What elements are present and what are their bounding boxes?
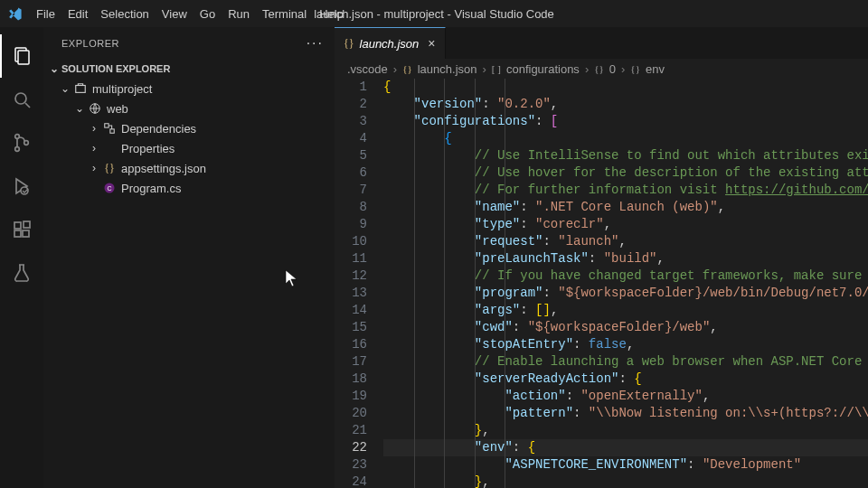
object-icon: {} [594,63,604,74]
breadcrumb[interactable]: .vscode › {} launch.json › [ ] configura… [335,59,868,79]
tree-label: multiproject [92,82,152,96]
solution-icon [72,82,89,95]
tree-item-dependencies[interactable]: › Dependencies [43,118,335,138]
code-line[interactable]: "configurations": [ [383,113,868,130]
code-line[interactable]: "type": "coreclr", [383,216,868,233]
breadcrumb-segment[interactable]: env [646,62,665,76]
activity-search-icon[interactable] [0,78,43,121]
activity-run-debug-icon[interactable] [0,164,43,208]
file-tree: ⌄ multiproject ⌄ web › Dependencies [43,79,335,198]
chevron-right-icon: › [483,62,486,76]
tab-label: launch.json [360,37,420,51]
code-line[interactable]: "request": "launch", [383,233,868,250]
code-line[interactable]: "cwd": "${workspaceFolder}/web", [383,319,868,336]
svg-point-5 [15,147,20,152]
tree-item-program[interactable]: C Program.cs [43,178,335,198]
tree-item-appsettings[interactable]: › {} appsettings.json [43,158,335,178]
code-line[interactable]: "program": "${workspaceFolder}/web/bin/D… [383,285,868,302]
tree-label: appsettings.json [121,162,206,175]
line-number-gutter: 123456789101112131415161718192021222324 [335,79,383,488]
tab-launch-json[interactable]: {} launch.json × [335,27,446,59]
tree-folder-web[interactable]: ⌄ web [43,99,335,118]
tree-label: Properties [121,142,175,155]
breadcrumb-segment[interactable]: launch.json [418,62,477,76]
tree-project[interactable]: ⌄ multiproject [43,79,335,99]
svg-rect-9 [14,230,21,237]
chevron-right-icon: › [585,62,589,76]
sidebar-title: EXPLORER [61,38,119,49]
chevron-right-icon: › [87,142,101,155]
svg-rect-10 [23,230,29,237]
breadcrumb-segment[interactable]: .vscode [347,62,388,76]
code-line[interactable]: }, [383,474,868,488]
code-line[interactable]: "name": ".NET Core Launch (web)", [383,199,868,216]
csharp-file-icon: C [101,182,118,194]
svg-rect-14 [105,124,108,127]
activity-explorer-icon[interactable] [0,34,43,78]
code-line[interactable]: "version": "0.2.0", [383,96,868,113]
tree-label: Dependencies [121,122,196,136]
code-line[interactable]: // Use IntelliSense to find out which at… [383,147,868,164]
svg-rect-8 [14,222,21,229]
code-line[interactable]: // If you have changed target frameworks… [383,267,868,285]
menu-file[interactable]: File [30,0,61,27]
code-body[interactable]: { "version": "0.2.0", "configurations": … [383,79,868,488]
tree-item-properties[interactable]: › Properties [43,138,335,158]
menu-view[interactable]: View [156,0,193,27]
menu-help[interactable]: Help [313,0,350,27]
activity-extensions-icon[interactable] [0,208,43,251]
chevron-right-icon: › [621,62,625,76]
section-label: SOLUTION EXPLORER [61,63,170,74]
code-editor[interactable]: 123456789101112131415161718192021222324 … [335,79,868,488]
vscode-logo-icon [7,6,23,22]
globe-icon [87,102,103,115]
editor-tab-bar: {} launch.json × [335,27,868,59]
svg-point-6 [24,141,29,145]
svg-text:C: C [107,185,111,192]
activity-source-control-icon[interactable] [0,121,43,164]
menu-bar: FileEditSelectionViewGoRunTerminalHelp l… [0,0,868,27]
object-icon: {} [630,63,640,74]
chevron-down-icon: ⌄ [47,62,61,75]
solution-explorer-section[interactable]: ⌄ SOLUTION EXPLORER [43,59,335,79]
activity-bar [0,27,43,488]
code-line[interactable]: // For further information visit https:/… [383,182,868,199]
svg-rect-1 [18,51,29,64]
sidebar-more-icon[interactable]: ··· [307,35,324,52]
svg-rect-11 [24,221,30,228]
code-line[interactable]: "args": [], [383,302,868,319]
menu-edit[interactable]: Edit [61,0,94,27]
code-line[interactable]: // Use hover for the description of the … [383,164,868,182]
code-line[interactable]: }, [383,422,868,439]
explorer-sidebar: EXPLORER ··· ⌄ SOLUTION EXPLORER ⌄ multi… [43,27,335,488]
code-line[interactable]: { [383,130,868,147]
activity-testing-icon[interactable] [0,251,43,295]
menu-terminal[interactable]: Terminal [256,0,313,27]
svg-point-4 [15,135,20,139]
editor-area: {} launch.json × .vscode › {} launch.jso… [335,27,868,488]
svg-line-3 [25,103,30,108]
menu-go[interactable]: Go [193,0,222,27]
menu-selection[interactable]: Selection [94,0,155,27]
code-line[interactable]: "stopAtEntry": false, [383,336,868,353]
code-line[interactable]: "ASPNETCORE_ENVIRONMENT": "Development" [383,456,868,474]
code-line[interactable]: "pattern": "\\bNow listening on:\\s+(htt… [383,405,868,422]
breadcrumb-segment[interactable]: configurations [506,62,580,76]
code-line[interactable]: "serverReadyAction": { [383,371,868,388]
tree-label: web [107,102,128,116]
breadcrumb-segment[interactable]: 0 [609,62,616,76]
menu-run[interactable]: Run [222,0,256,27]
code-line[interactable]: // Enable launching a web browser when A… [383,353,868,371]
chevron-right-icon: › [87,162,101,174]
dependencies-icon [101,122,118,135]
json-file-icon: {} [344,37,354,51]
close-icon[interactable]: × [428,36,435,51]
array-icon: [ ] [492,63,501,74]
code-line[interactable]: "env": { [383,439,868,456]
code-line[interactable]: "preLaunchTask": "build", [383,250,868,267]
code-line[interactable]: "action": "openExternally", [383,388,868,405]
chevron-down-icon: ⌄ [72,102,87,115]
blank-icon [87,182,101,194]
code-line[interactable]: { [383,79,868,96]
json-file-icon: {} [101,162,118,175]
